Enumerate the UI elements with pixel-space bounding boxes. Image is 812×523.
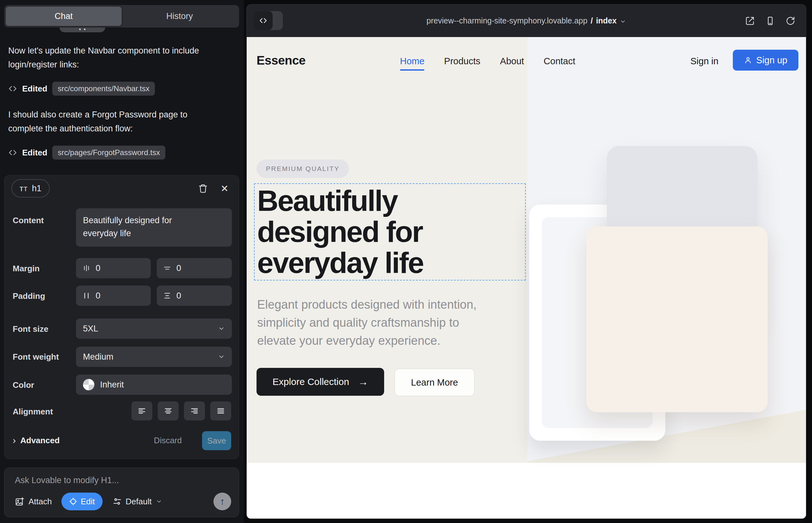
- font-size-label: Font size: [13, 324, 49, 334]
- sliders-icon: [113, 497, 122, 506]
- nav-link-home[interactable]: Home: [400, 56, 424, 67]
- align-justify-icon: [216, 407, 225, 415]
- element-tag-pill[interactable]: тT h1: [12, 179, 50, 198]
- tab-chat[interactable]: Chat: [6, 7, 122, 26]
- sign-in-link[interactable]: Sign in: [690, 56, 719, 67]
- margin-label: Margin: [13, 264, 40, 273]
- decor-card-cream: [586, 227, 768, 412]
- advanced-toggle[interactable]: › Advanced: [13, 435, 59, 446]
- content-input[interactable]: Beautifully designed for everyday life: [76, 208, 232, 247]
- chat-message: Now let's update the Navbar component to…: [8, 44, 211, 72]
- edited-label: Edited: [22, 148, 47, 158]
- edited-file-row: Edited src/pages/ForgotPassword.tsx: [8, 145, 165, 160]
- refresh-button[interactable]: [786, 16, 795, 26]
- crosshair-icon: [69, 497, 77, 506]
- attach-button[interactable]: Attach: [15, 497, 52, 507]
- chevron-down-icon: [156, 498, 162, 505]
- hero-paragraph: Elegant products designed with intention…: [257, 296, 477, 350]
- preview-window: preview--charming-site-symphony.lovable.…: [246, 4, 806, 519]
- scrolled-message-pill[interactable]: [59, 28, 105, 32]
- chevron-down-icon: [218, 353, 225, 360]
- open-external-button[interactable]: [745, 16, 755, 26]
- margin-x-icon: [82, 264, 91, 272]
- chevron-right-icon: ›: [13, 435, 16, 446]
- premium-quality-badge: PREMIUM QUALITY: [257, 160, 349, 178]
- nav-link-contact[interactable]: Contact: [544, 56, 576, 67]
- color-select[interactable]: Inherit: [76, 375, 232, 395]
- preview-toolbar: preview--charming-site-symphony.lovable.…: [247, 4, 806, 37]
- align-right-icon: [190, 407, 199, 415]
- url-domain: preview--charming-site-symphony.lovable.…: [427, 16, 587, 25]
- margin-y-input[interactable]: 0: [157, 258, 232, 278]
- align-center-icon: [164, 407, 173, 415]
- attach-image-icon: [15, 497, 24, 506]
- save-button[interactable]: Save: [202, 431, 231, 450]
- font-size-select[interactable]: 5XL: [76, 319, 232, 339]
- hero-heading[interactable]: Beautifully designed for everyday life: [257, 185, 423, 278]
- edit-mode-button[interactable]: Edit: [61, 493, 103, 510]
- model-default-selector[interactable]: Default: [113, 497, 162, 507]
- edited-file-badge[interactable]: src/pages/ForgotPassword.tsx: [52, 146, 165, 160]
- align-left-button[interactable]: [131, 401, 152, 420]
- url-separator: /: [590, 16, 593, 25]
- chevron-down-icon: [218, 325, 225, 332]
- color-label: Color: [13, 380, 34, 390]
- preview-actions: [745, 4, 795, 37]
- site-nav: Home Products About Contact: [400, 56, 576, 67]
- mobile-view-button[interactable]: [765, 16, 775, 26]
- send-button[interactable]: ↑: [213, 493, 231, 510]
- chevron-down-icon: [620, 18, 626, 25]
- explore-collection-button[interactable]: Explore Collection →: [257, 368, 384, 396]
- code-icon: [8, 148, 17, 157]
- next-section-band: [247, 463, 806, 519]
- edited-label: Edited: [22, 84, 47, 94]
- padding-x-input[interactable]: 0: [76, 286, 151, 306]
- tab-history[interactable]: History: [122, 7, 237, 26]
- alignment-label: Alignment: [13, 407, 53, 417]
- url-page: index: [596, 16, 617, 25]
- chat-sidebar: Chat History Now let's update the Navbar…: [0, 0, 244, 523]
- preview-url-bar[interactable]: preview--charming-site-symphony.lovable.…: [247, 4, 806, 37]
- composer-toolbar: Attach Edit Default ↑: [15, 492, 231, 511]
- align-justify-button[interactable]: [210, 401, 231, 420]
- nav-link-about[interactable]: About: [500, 56, 524, 67]
- padding-y-icon: [163, 292, 171, 300]
- padding-x-icon: [82, 292, 91, 300]
- learn-more-button[interactable]: Learn More: [394, 368, 475, 396]
- margin-y-icon: [163, 264, 171, 272]
- edited-file-row: Edited src/components/Navbar.tsx: [8, 81, 155, 96]
- chat-message: I should also create a Forgot Password p…: [8, 108, 211, 136]
- sign-up-button[interactable]: Sign up: [733, 50, 798, 71]
- external-link-icon: [745, 16, 755, 26]
- prompt-composer: Ask Lovable to modify H1... Attach Edit …: [4, 468, 239, 517]
- refresh-icon: [786, 16, 795, 26]
- code-icon: [8, 84, 17, 93]
- align-left-icon: [138, 407, 146, 415]
- margin-x-input[interactable]: 0: [76, 258, 151, 278]
- site-viewport: Essence Home Products About Contact Sign…: [247, 37, 806, 519]
- align-center-button[interactable]: [158, 401, 179, 420]
- element-inspector-panel: тT h1 ✕ Content Beautifully designed for…: [4, 175, 239, 459]
- typography-icon: тT: [20, 184, 28, 193]
- edited-file-badge[interactable]: src/components/Navbar.tsx: [52, 82, 155, 96]
- padding-label: Padding: [13, 291, 45, 301]
- user-icon: [744, 56, 752, 64]
- discard-button[interactable]: Discard: [154, 436, 182, 446]
- font-weight-select[interactable]: Medium: [76, 347, 232, 367]
- trash-icon[interactable]: [198, 183, 208, 194]
- arrow-right-icon: →: [358, 376, 368, 388]
- mobile-icon: [765, 16, 775, 26]
- element-tag-name: h1: [32, 184, 41, 194]
- align-right-button[interactable]: [184, 401, 205, 420]
- nav-link-products[interactable]: Products: [444, 56, 480, 67]
- content-label: Content: [13, 216, 44, 226]
- lovable-app: Chat History Now let's update the Navbar…: [0, 0, 812, 523]
- chat-history-tabbar: Chat History: [4, 5, 239, 28]
- padding-y-input[interactable]: 0: [157, 286, 232, 306]
- close-icon[interactable]: ✕: [219, 183, 230, 194]
- prompt-input[interactable]: Ask Lovable to modify H1...: [15, 475, 119, 485]
- font-weight-label: Font weight: [13, 352, 59, 362]
- site-logo[interactable]: Essence: [257, 54, 306, 68]
- color-swatch: [83, 379, 94, 390]
